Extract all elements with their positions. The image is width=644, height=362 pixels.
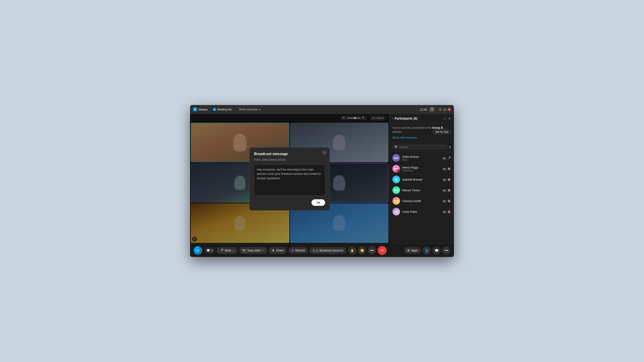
participant-name: Umar Patel <box>402 210 440 213</box>
webex-logo-icon: W <box>193 107 197 111</box>
list-item[interactable]: IB Isabella Brenan 📹 🔇 <box>389 174 454 185</box>
meeting-info-label: Meeting info <box>217 108 232 111</box>
title-bar: W Webex Meeting info Show menu bar ∨ 12:… <box>190 105 454 114</box>
close-button[interactable]: × <box>448 108 451 111</box>
panel-header: ‹ Participants (6) ⤢ ✕ <box>389 114 454 123</box>
participant-controls: 📹 🔇 <box>442 199 451 203</box>
session-name: Group B <box>432 126 443 129</box>
participants-panel: ‹ Participants (6) ⤢ ✕ You're currently … <box>389 114 454 244</box>
participant-name: Clarissa Smith <box>402 199 440 203</box>
participants-button[interactable]: 👤 <box>422 247 431 255</box>
webex-logo: W Webex <box>193 107 208 111</box>
participants-title: Participants (6) <box>395 117 417 120</box>
search-input[interactable] <box>399 145 444 149</box>
help-icon[interactable]: ? <box>429 107 435 112</box>
apps-icon: ⊞ <box>407 249 410 252</box>
list-item[interactable]: MT Marise Torres 📹 🔇 <box>389 185 454 196</box>
video-chevron-icon: ∨ <box>262 249 264 252</box>
mute-button[interactable]: 🎤 Mute ∨ <box>216 247 237 254</box>
show-menu-button[interactable]: Show menu bar ∨ <box>237 107 262 112</box>
webex-circle-icon: ◎ <box>194 246 202 255</box>
hand-raise-button[interactable]: ✋ <box>348 247 356 255</box>
list-item[interactable]: SG Sofia Gomez Host 📹 🎤 <box>389 153 454 163</box>
bottom-toolbar: ◎ 💬 ∨ 🎤 Mute ∨ 📷 Stop video ∨ ⬆ Share Re… <box>190 244 454 257</box>
list-item[interactable]: HR Henry Riggs Presenter 📹 🔇 <box>389 163 454 174</box>
camera-icon: 📹 <box>442 178 446 181</box>
video-area: 🔍 🔍 ⊞ Layout <box>190 114 389 244</box>
window-controls: − □ × <box>439 108 451 111</box>
toolbar-more-button[interactable]: ••• <box>442 247 450 255</box>
participant-controls: 📹 🔇 <box>442 167 451 170</box>
camera-icon: 📹 <box>442 167 446 170</box>
mute-label: Mute <box>225 249 231 252</box>
dialog-title: Broadcast message <box>254 152 325 156</box>
show-sessions-link[interactable]: Show other sessions <box>392 136 417 139</box>
title-bar-right: 12:40 ? − □ × <box>420 107 451 112</box>
meeting-info-button[interactable]: Meeting info <box>211 107 234 112</box>
camera-icon: 📹 <box>442 210 446 213</box>
shield-icon <box>213 108 216 111</box>
time-display: 12:40 <box>420 108 427 111</box>
camera-icon: 📹 <box>442 156 446 160</box>
reactions-button[interactable]: 😊 <box>358 247 366 255</box>
camera-icon: 📹 <box>442 189 446 192</box>
participant-controls: 📹 🔇 <box>442 189 451 192</box>
presenter-badge <box>397 169 400 173</box>
session-banner-content: You're currently connected to the Group … <box>392 126 451 134</box>
participant-info: Sofia Gomez Host <box>402 155 440 161</box>
participant-info: Umar Patel <box>402 210 440 213</box>
avatar: SG <box>392 154 400 162</box>
messages-button[interactable]: 💬 <box>432 247 440 255</box>
apps-button[interactable]: ⊞ Apps <box>404 247 421 254</box>
list-item[interactable]: UP Umar Patel 📹 🔇 <box>389 206 454 217</box>
participant-info: Marise Torres <box>402 189 440 192</box>
collapse-icon[interactable]: ‹ <box>392 117 393 120</box>
record-dot-icon <box>292 250 294 251</box>
chevron-down-icon: ∨ <box>259 108 261 111</box>
dialog-overlay: Broadcast message × From: Sofia Gomez (H… <box>190 114 389 244</box>
end-call-button[interactable]: ✕ <box>378 246 386 255</box>
breakout-icon: ⊏⊐ <box>313 249 318 252</box>
panel-close-button[interactable]: ✕ <box>448 117 451 120</box>
participant-role: Presenter <box>402 169 440 172</box>
search-input-wrap[interactable]: 🔍 <box>392 144 447 150</box>
share-icon: ⬆ <box>272 249 274 252</box>
share-button[interactable]: ⬆ Share <box>269 247 287 254</box>
dialog-ok-button[interactable]: Ok <box>312 199 325 206</box>
session-suffix: session. <box>392 130 402 133</box>
toolbar-right: ⊞ Apps 👤 💬 ••• <box>404 247 450 255</box>
show-menu-label: Show menu bar <box>239 108 258 111</box>
mic-muted-icon: 🔇 <box>447 178 451 181</box>
minimize-button[interactable]: − <box>439 108 442 111</box>
search-bar: 🔍 ⇅ <box>389 143 454 152</box>
maximize-button[interactable]: □ <box>443 108 446 111</box>
chat-chevron: ∨ <box>211 249 213 252</box>
ask-help-button[interactable]: Ask for help <box>433 129 451 134</box>
session-banner: You're currently connected to the Group … <box>392 126 451 134</box>
record-button[interactable]: Record <box>289 247 308 254</box>
broadcast-dialog: Broadcast message × From: Sofia Gomez (H… <box>249 147 330 211</box>
share-label: Share <box>276 249 284 252</box>
apps-label: Apps <box>411 249 418 252</box>
mute-chevron-icon: ∨ <box>232 249 234 252</box>
dialog-close-button[interactable]: × <box>322 150 327 155</box>
external-link-button[interactable]: ⤢ <box>444 117 446 120</box>
panel-actions: ⤢ ✕ <box>444 117 451 120</box>
breakout-label: Breakout sessions <box>320 249 343 252</box>
breakout-sessions-button[interactable]: ⊏⊐ Breakout sessions <box>310 247 346 254</box>
participant-name: Sofia Gomez <box>402 155 440 158</box>
participant-name: Marise Torres <box>402 189 440 192</box>
stop-video-button[interactable]: 📷 Stop video ∨ <box>239 247 267 254</box>
list-item[interactable]: CS Clarissa Smith 📹 🔇 <box>389 196 454 206</box>
app-window: W Webex Meeting info Show menu bar ∨ 12:… <box>190 105 454 257</box>
mic-icon: 🎤 <box>220 249 224 252</box>
participant-info: Clarissa Smith <box>402 199 440 203</box>
session-notice: You're currently connected to the <box>392 126 432 129</box>
participant-controls: 📹 🔇 <box>442 178 451 181</box>
search-icon: 🔍 <box>395 145 398 149</box>
avatar: HR <box>392 165 400 173</box>
more-options-button[interactable]: ••• <box>368 247 376 255</box>
chat-button[interactable]: 💬 ∨ <box>205 248 215 253</box>
sort-button[interactable]: ⇅ <box>448 145 451 149</box>
mic-muted-icon: 🔇 <box>447 189 451 192</box>
